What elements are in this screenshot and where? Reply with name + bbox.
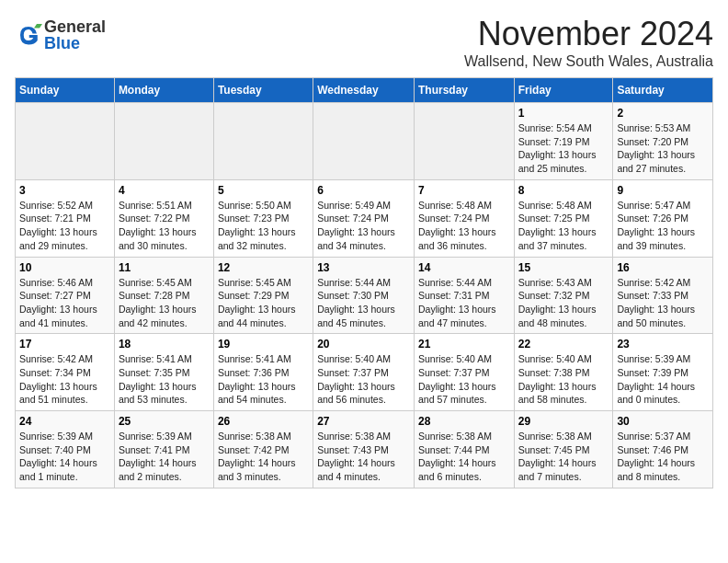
calendar-cell: 9Sunrise: 5:47 AMSunset: 7:26 PMDaylight… [613, 179, 713, 257]
calendar-cell: 18Sunrise: 5:41 AMSunset: 7:35 PMDayligh… [114, 334, 213, 411]
day-info: Sunrise: 5:42 AMSunset: 7:33 PMDaylight:… [617, 276, 709, 330]
day-number: 18 [119, 338, 210, 350]
day-info: Sunrise: 5:48 AMSunset: 7:25 PMDaylight:… [518, 199, 609, 253]
calendar-week-row: 10Sunrise: 5:46 AMSunset: 7:27 PMDayligh… [16, 257, 713, 334]
day-info: Sunrise: 5:43 AMSunset: 7:32 PMDaylight:… [518, 276, 609, 330]
day-info: Sunrise: 5:44 AMSunset: 7:30 PMDaylight:… [317, 276, 410, 330]
day-number: 16 [617, 261, 709, 274]
calendar-week-row: 1Sunrise: 5:54 AMSunset: 7:19 PMDaylight… [16, 103, 713, 180]
day-info: Sunrise: 5:38 AMSunset: 7:45 PMDaylight:… [518, 430, 609, 484]
day-info: Sunrise: 5:37 AMSunset: 7:46 PMDaylight:… [617, 430, 709, 484]
day-number: 23 [617, 338, 709, 350]
calendar-cell [16, 103, 115, 180]
day-number: 29 [518, 415, 609, 428]
day-info: Sunrise: 5:42 AMSunset: 7:34 PMDaylight:… [19, 352, 110, 407]
calendar-cell [414, 103, 514, 180]
day-number: 24 [19, 415, 110, 428]
day-info: Sunrise: 5:39 AMSunset: 7:40 PMDaylight:… [19, 430, 110, 484]
day-number: 1 [518, 107, 609, 120]
calendar-cell: 13Sunrise: 5:44 AMSunset: 7:30 PMDayligh… [313, 257, 415, 334]
day-number: 9 [617, 184, 709, 197]
calendar-cell: 30Sunrise: 5:37 AMSunset: 7:46 PMDayligh… [613, 411, 713, 488]
day-number: 11 [119, 261, 210, 274]
day-number: 15 [518, 261, 609, 274]
day-of-week-header: Tuesday [213, 78, 313, 103]
day-info: Sunrise: 5:50 AMSunset: 7:23 PMDaylight:… [218, 199, 309, 253]
calendar-cell: 5Sunrise: 5:50 AMSunset: 7:23 PMDaylight… [213, 179, 313, 257]
day-info: Sunrise: 5:40 AMSunset: 7:38 PMDaylight:… [518, 352, 609, 407]
calendar-cell [114, 103, 213, 180]
calendar-cell [313, 103, 415, 180]
calendar-table: SundayMondayTuesdayWednesdayThursdayFrid… [15, 77, 713, 488]
day-info: Sunrise: 5:38 AMSunset: 7:44 PMDaylight:… [418, 430, 510, 484]
calendar-cell: 21Sunrise: 5:40 AMSunset: 7:37 PMDayligh… [414, 334, 514, 411]
calendar-cell: 2Sunrise: 5:53 AMSunset: 7:20 PMDaylight… [613, 103, 713, 180]
day-number: 25 [119, 415, 210, 428]
calendar-cell: 20Sunrise: 5:40 AMSunset: 7:37 PMDayligh… [313, 334, 415, 411]
day-info: Sunrise: 5:49 AMSunset: 7:24 PMDaylight:… [317, 199, 410, 253]
day-number: 14 [418, 261, 510, 274]
day-info: Sunrise: 5:53 AMSunset: 7:20 PMDaylight:… [617, 121, 709, 176]
day-of-week-header: Wednesday [313, 78, 415, 103]
day-info: Sunrise: 5:44 AMSunset: 7:31 PMDaylight:… [418, 276, 510, 330]
day-of-week-header: Monday [114, 78, 213, 103]
calendar-cell: 25Sunrise: 5:39 AMSunset: 7:41 PMDayligh… [114, 411, 213, 488]
day-number: 12 [218, 261, 309, 274]
calendar-body: 1Sunrise: 5:54 AMSunset: 7:19 PMDaylight… [16, 103, 713, 488]
day-info: Sunrise: 5:38 AMSunset: 7:42 PMDaylight:… [218, 430, 309, 484]
day-number: 20 [317, 338, 410, 350]
day-number: 22 [518, 338, 609, 350]
day-number: 3 [19, 184, 110, 197]
day-number: 28 [418, 415, 510, 428]
calendar-cell: 29Sunrise: 5:38 AMSunset: 7:45 PMDayligh… [514, 411, 613, 488]
day-info: Sunrise: 5:39 AMSunset: 7:41 PMDaylight:… [119, 430, 210, 484]
calendar-cell: 6Sunrise: 5:49 AMSunset: 7:24 PMDaylight… [313, 179, 415, 257]
day-number: 21 [418, 338, 510, 350]
day-of-week-header: Saturday [613, 78, 713, 103]
calendar-week-row: 17Sunrise: 5:42 AMSunset: 7:34 PMDayligh… [16, 334, 713, 411]
logo-blue: Blue [44, 35, 106, 52]
logo: General Blue [15, 18, 106, 52]
day-number: 5 [218, 184, 309, 197]
day-of-week-header: Sunday [16, 78, 115, 103]
day-info: Sunrise: 5:51 AMSunset: 7:22 PMDaylight:… [119, 199, 210, 253]
calendar-cell: 7Sunrise: 5:48 AMSunset: 7:24 PMDaylight… [414, 179, 514, 257]
day-number: 4 [119, 184, 210, 197]
calendar-cell: 15Sunrise: 5:43 AMSunset: 7:32 PMDayligh… [514, 257, 613, 334]
day-number: 2 [617, 107, 709, 120]
calendar-cell: 10Sunrise: 5:46 AMSunset: 7:27 PMDayligh… [16, 257, 115, 334]
calendar-cell: 19Sunrise: 5:41 AMSunset: 7:36 PMDayligh… [213, 334, 313, 411]
day-info: Sunrise: 5:52 AMSunset: 7:21 PMDaylight:… [19, 199, 110, 253]
calendar-header: SundayMondayTuesdayWednesdayThursdayFrid… [16, 78, 713, 103]
calendar-cell: 8Sunrise: 5:48 AMSunset: 7:25 PMDaylight… [514, 179, 613, 257]
header-row: SundayMondayTuesdayWednesdayThursdayFrid… [16, 78, 713, 103]
calendar-cell: 23Sunrise: 5:39 AMSunset: 7:39 PMDayligh… [613, 334, 713, 411]
logo-icon [15, 21, 42, 49]
calendar-cell: 27Sunrise: 5:38 AMSunset: 7:43 PMDayligh… [313, 411, 415, 488]
day-of-week-header: Friday [514, 78, 613, 103]
day-number: 10 [19, 261, 110, 274]
day-info: Sunrise: 5:54 AMSunset: 7:19 PMDaylight:… [518, 121, 609, 176]
day-info: Sunrise: 5:46 AMSunset: 7:27 PMDaylight:… [19, 276, 110, 330]
day-number: 19 [218, 338, 309, 350]
day-info: Sunrise: 5:40 AMSunset: 7:37 PMDaylight:… [418, 352, 510, 407]
calendar-cell: 17Sunrise: 5:42 AMSunset: 7:34 PMDayligh… [16, 334, 115, 411]
day-number: 26 [218, 415, 309, 428]
calendar-cell: 14Sunrise: 5:44 AMSunset: 7:31 PMDayligh… [414, 257, 514, 334]
day-number: 13 [317, 261, 410, 274]
day-info: Sunrise: 5:48 AMSunset: 7:24 PMDaylight:… [418, 199, 510, 253]
day-info: Sunrise: 5:40 AMSunset: 7:37 PMDaylight:… [317, 352, 410, 407]
day-info: Sunrise: 5:41 AMSunset: 7:35 PMDaylight:… [119, 352, 210, 407]
calendar-cell: 16Sunrise: 5:42 AMSunset: 7:33 PMDayligh… [613, 257, 713, 334]
page-header: General Blue November 2024 Wallsend, New… [15, 15, 713, 70]
day-number: 6 [317, 184, 410, 197]
calendar-week-row: 24Sunrise: 5:39 AMSunset: 7:40 PMDayligh… [16, 411, 713, 488]
day-of-week-header: Thursday [414, 78, 514, 103]
day-number: 17 [19, 338, 110, 350]
day-info: Sunrise: 5:39 AMSunset: 7:39 PMDaylight:… [617, 352, 709, 407]
calendar-cell: 12Sunrise: 5:45 AMSunset: 7:29 PMDayligh… [213, 257, 313, 334]
day-number: 8 [518, 184, 609, 197]
calendar-cell: 26Sunrise: 5:38 AMSunset: 7:42 PMDayligh… [213, 411, 313, 488]
logo-text: General Blue [44, 18, 106, 52]
day-info: Sunrise: 5:38 AMSunset: 7:43 PMDaylight:… [317, 430, 410, 484]
